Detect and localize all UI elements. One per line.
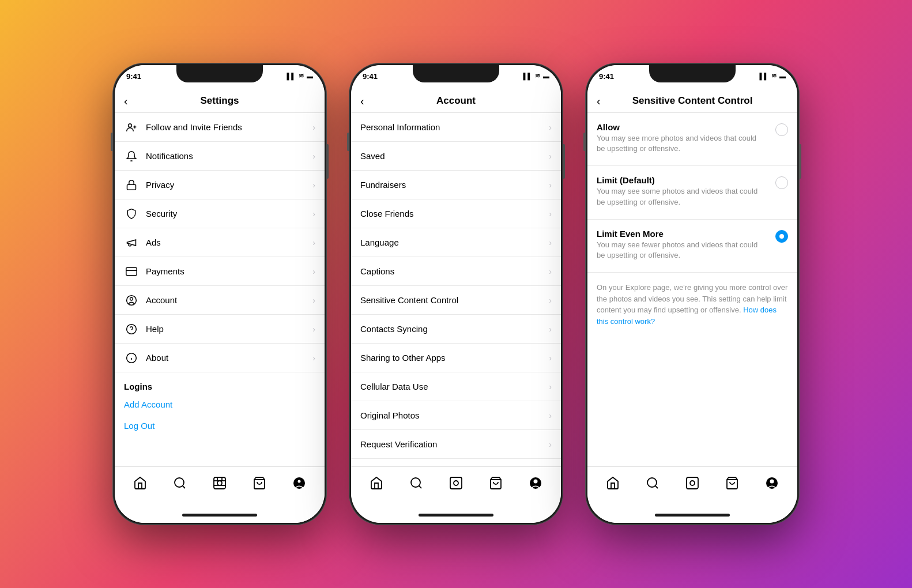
close-friends-label: Close Friends bbox=[360, 209, 549, 218]
follow-label: Follow and Invite Friends bbox=[146, 122, 312, 132]
account-item-contacts[interactable]: Contacts Syncing › bbox=[351, 315, 561, 344]
settings-item-security[interactable]: Security › bbox=[115, 199, 325, 228]
status-bar-3: 9:41 ▌▌ ≋ ▬ bbox=[587, 65, 797, 91]
account-item-close-friends[interactable]: Close Friends › bbox=[351, 199, 561, 228]
home-nav-3[interactable] bbox=[601, 472, 624, 495]
back-button-3[interactable]: ‹ bbox=[597, 95, 601, 108]
home-nav-2[interactable] bbox=[365, 472, 388, 495]
reels-nav-2[interactable] bbox=[444, 472, 468, 495]
profile-nav-1[interactable] bbox=[288, 472, 311, 495]
home-nav-1[interactable] bbox=[129, 472, 152, 495]
svg-rect-4 bbox=[126, 267, 137, 275]
profile-nav-2[interactable] bbox=[524, 472, 547, 495]
option-limit-text: Limit (Default) You may see some photos … bbox=[597, 175, 775, 207]
bell-icon bbox=[124, 149, 139, 164]
fundraisers-label: Fundraisers bbox=[360, 180, 549, 190]
wifi-icon-2: ≋ bbox=[535, 72, 540, 80]
status-time-2: 9:41 bbox=[363, 72, 378, 81]
chevron-personal: › bbox=[549, 123, 552, 132]
search-nav-2[interactable] bbox=[405, 472, 428, 495]
shield-icon bbox=[124, 206, 139, 221]
wifi-icon-3: ≋ bbox=[771, 72, 777, 80]
svg-line-25 bbox=[419, 485, 421, 488]
settings-item-privacy[interactable]: Privacy › bbox=[115, 171, 325, 199]
settings-item-ads[interactable]: Ads › bbox=[115, 228, 325, 257]
account-item-sharing[interactable]: Sharing to Other Apps › bbox=[351, 344, 561, 372]
personal-info-label: Personal Information bbox=[360, 122, 549, 132]
add-account-link[interactable]: Add Account bbox=[115, 394, 325, 415]
privacy-label: Privacy bbox=[146, 180, 312, 190]
settings-item-help[interactable]: Help › bbox=[115, 315, 325, 344]
option-allow[interactable]: Allow You may see more photos and videos… bbox=[587, 113, 797, 166]
radio-limit-default[interactable] bbox=[775, 176, 788, 189]
option-limit-desc: You may see some photos and videos that … bbox=[597, 186, 775, 207]
settings-item-about[interactable]: About › bbox=[115, 344, 325, 372]
svg-rect-33 bbox=[687, 477, 698, 489]
status-time-3: 9:41 bbox=[599, 72, 614, 81]
chevron-sensitive: › bbox=[549, 296, 552, 305]
status-icons-3: ▌▌ ≋ ▬ bbox=[759, 72, 786, 80]
chevron-icon-notifications: › bbox=[312, 152, 315, 161]
svg-point-27 bbox=[454, 481, 458, 485]
language-label: Language bbox=[360, 238, 549, 247]
option-limit-more[interactable]: Limit Even More You may see fewer photos… bbox=[587, 220, 797, 273]
settings-item-account[interactable]: Account › bbox=[115, 286, 325, 315]
settings-item-follow[interactable]: Follow and Invite Friends › bbox=[115, 113, 325, 142]
svg-point-13 bbox=[175, 478, 184, 487]
option-limit-more-title: Limit Even More bbox=[597, 229, 775, 239]
settings-item-notifications[interactable]: Notifications › bbox=[115, 142, 325, 171]
svg-rect-3 bbox=[127, 184, 136, 190]
option-allow-text: Allow You may see more photos and videos… bbox=[597, 122, 775, 154]
question-circle-icon bbox=[124, 322, 139, 337]
logins-section-header: Logins bbox=[115, 372, 325, 394]
home-indicator-1 bbox=[115, 507, 325, 523]
notch-2 bbox=[413, 65, 499, 82]
reels-nav-1[interactable] bbox=[208, 472, 231, 495]
person-circle-icon bbox=[124, 293, 139, 308]
search-nav-3[interactable] bbox=[641, 472, 664, 495]
account-item-posts-liked[interactable]: Posts You've Liked › bbox=[351, 459, 561, 466]
profile-nav-3[interactable] bbox=[760, 472, 783, 495]
settings-item-payments[interactable]: Payments › bbox=[115, 257, 325, 286]
request-verification-label: Request Verification bbox=[360, 439, 549, 449]
reels-nav-3[interactable] bbox=[681, 472, 704, 495]
bottom-nav-3 bbox=[587, 466, 797, 507]
account-item-language[interactable]: Language › bbox=[351, 228, 561, 257]
page-title-1: Settings bbox=[200, 95, 239, 107]
back-button-1[interactable]: ‹ bbox=[124, 95, 128, 108]
search-nav-1[interactable] bbox=[168, 472, 191, 495]
chevron-fundraisers: › bbox=[549, 180, 552, 190]
info-text-block: On your Explore page, we're giving you m… bbox=[587, 273, 797, 336]
option-allow-title: Allow bbox=[597, 122, 775, 132]
settings-list: Follow and Invite Friends › Notification… bbox=[115, 113, 325, 466]
back-button-2[interactable]: ‹ bbox=[360, 95, 364, 108]
screen-header-2: ‹ Account bbox=[351, 91, 561, 113]
svg-point-23 bbox=[297, 479, 301, 483]
option-limit-default[interactable]: Limit (Default) You may see some photos … bbox=[587, 166, 797, 219]
status-bar-2: 9:41 ▌▌ ≋ ▬ bbox=[351, 65, 561, 91]
chevron-original-photos: › bbox=[549, 411, 552, 420]
account-item-cellular[interactable]: Cellular Data Use › bbox=[351, 372, 561, 401]
account-item-sensitive[interactable]: Sensitive Content Control › bbox=[351, 286, 561, 315]
shop-nav-1[interactable] bbox=[248, 472, 271, 495]
saved-label: Saved bbox=[360, 151, 549, 161]
home-bar-2 bbox=[419, 514, 493, 517]
battery-icon-1: ▬ bbox=[307, 73, 313, 80]
svg-point-31 bbox=[647, 478, 657, 487]
radio-limit-more[interactable] bbox=[775, 230, 788, 243]
shop-nav-2[interactable] bbox=[484, 472, 507, 495]
account-item-saved[interactable]: Saved › bbox=[351, 142, 561, 171]
account-item-personal[interactable]: Personal Information › bbox=[351, 113, 561, 142]
account-item-request-verification[interactable]: Request Verification › bbox=[351, 430, 561, 459]
shop-nav-3[interactable] bbox=[721, 472, 744, 495]
account-item-fundraisers[interactable]: Fundraisers › bbox=[351, 171, 561, 199]
chevron-icon-privacy: › bbox=[312, 180, 315, 190]
radio-allow[interactable] bbox=[775, 123, 788, 136]
chevron-icon-follow: › bbox=[312, 123, 315, 132]
chevron-language: › bbox=[549, 238, 552, 247]
account-item-original-photos[interactable]: Original Photos › bbox=[351, 401, 561, 430]
account-item-captions[interactable]: Captions › bbox=[351, 257, 561, 286]
screen-header-3: ‹ Sensitive Content Control bbox=[587, 91, 797, 113]
log-out-link[interactable]: Log Out bbox=[115, 415, 325, 436]
sharing-label: Sharing to Other Apps bbox=[360, 353, 549, 363]
